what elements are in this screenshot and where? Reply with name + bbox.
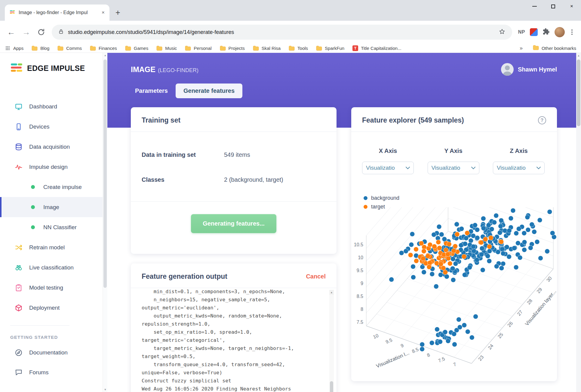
puzzle-extensions-icon[interactable] [543, 28, 550, 36]
scatter-point-target[interactable] [428, 242, 432, 247]
scatter-point-target[interactable] [441, 266, 446, 270]
scatter-point-background[interactable] [442, 237, 447, 242]
scatter-point-target[interactable] [462, 254, 466, 259]
scatter-point-background[interactable] [452, 342, 457, 347]
scatter-point-background[interactable] [499, 218, 504, 223]
generate-features-button[interactable]: Generating features... [191, 214, 276, 233]
scatter-point-background[interactable] [501, 261, 506, 266]
forward-button[interactable]: → [20, 28, 32, 37]
np-extension-badge[interactable]: NP [518, 29, 525, 35]
axis-select-x[interactable]: Visualizatio [362, 162, 414, 174]
scatter-point-background[interactable] [547, 209, 552, 214]
scatter-point-background[interactable] [439, 232, 444, 237]
sidebar-scrollbar-thumb[interactable] [103, 59, 107, 288]
scatter-point-background[interactable] [514, 231, 519, 236]
scatter-point-background[interactable] [501, 251, 506, 256]
scatter-point-background[interactable] [404, 249, 408, 254]
axis-select-y[interactable]: Visualizatio [428, 162, 479, 174]
scatter-point-background[interactable] [500, 247, 505, 252]
scatter-point-background[interactable] [435, 327, 440, 332]
scatter-point-background[interactable] [538, 256, 543, 260]
scatter-point-background[interactable] [473, 314, 478, 319]
scatter-point-background[interactable] [469, 238, 473, 243]
scatter-point-target[interactable] [465, 231, 470, 236]
scatter-point-background[interactable] [550, 231, 555, 236]
scatter-point-background[interactable] [410, 232, 415, 236]
scatter-point-background[interactable] [537, 218, 542, 223]
scatter-point-background[interactable] [526, 227, 530, 232]
page-scrollbar-thumb[interactable] [577, 59, 580, 126]
scatter-point-target[interactable] [487, 244, 492, 249]
bookmark-item[interactable]: Personal [185, 46, 211, 51]
scatter-point-background[interactable] [475, 257, 479, 262]
scatter-point-background[interactable] [481, 226, 486, 231]
tab-generate-features[interactable]: Generate features [176, 84, 242, 98]
bookmarks-overflow-chevron[interactable]: » [520, 45, 523, 51]
scatter-point-background[interactable] [411, 275, 416, 280]
scatter-point-background[interactable] [528, 245, 533, 250]
scatter-point-background[interactable] [399, 251, 404, 255]
scatter-point-background[interactable] [499, 266, 504, 271]
back-button[interactable]: ← [5, 28, 17, 37]
scatter-point-target[interactable] [488, 236, 493, 240]
scatter-point-background[interactable] [497, 230, 502, 235]
scatter-point-background[interactable] [535, 239, 540, 244]
scatter-point-background[interactable] [507, 228, 512, 233]
bookmark-item[interactable]: Comms [57, 46, 82, 51]
sidebar-item-retrain-model[interactable]: Retrain model [0, 237, 103, 257]
console-scrollbar-track[interactable] [329, 295, 334, 392]
scatter-point-background[interactable] [456, 317, 461, 322]
sidebar-item-documentation[interactable]: Documentation [0, 343, 103, 363]
window-close-button[interactable]: × [562, 0, 581, 13]
scatter-point-background[interactable] [420, 342, 425, 347]
scatter-point-background[interactable] [437, 224, 441, 229]
scatter-point-background[interactable] [409, 242, 414, 247]
feature-explorer-plot[interactable]: 10.5109.598.587.5109.598.587.57232425262… [351, 207, 557, 381]
scatter-point-background[interactable] [545, 249, 550, 254]
scatter-point-background[interactable] [459, 226, 464, 231]
scatter-point-background[interactable] [411, 264, 416, 269]
scatter-point-background[interactable] [438, 339, 443, 344]
axis-select-z[interactable]: Visualizatio [493, 162, 545, 174]
scatter-point-background[interactable] [432, 232, 436, 237]
sidebar-item-model-testing[interactable]: Model testing [0, 278, 103, 298]
sidebar-scrollbar[interactable]: ▲ ▼ [103, 53, 107, 392]
scroll-up-arrow-icon[interactable]: ▲ [576, 53, 581, 58]
scatter-point-background[interactable] [452, 332, 456, 336]
scatter-point-background[interactable] [469, 335, 474, 340]
scatter-point-background[interactable] [457, 325, 462, 330]
browser-menu-icon[interactable] [570, 29, 574, 35]
console-scrollbar-thumb[interactable] [330, 381, 333, 392]
scatter-point-background[interactable] [473, 223, 478, 228]
scatter-point-background[interactable] [475, 236, 480, 240]
bookmark-item[interactable]: Music [156, 46, 177, 51]
scatter-point-target[interactable] [451, 248, 456, 253]
scatter-point-background[interactable] [443, 330, 447, 335]
scatter-point-background[interactable] [525, 215, 530, 220]
new-tab-button[interactable]: + [112, 7, 123, 18]
other-bookmarks-button[interactable]: Other bookmarks [533, 45, 576, 51]
sidebar-item-dashboard[interactable]: Dashboard [0, 96, 103, 117]
scatter-point-target[interactable] [414, 247, 419, 252]
sidebar-item-devices[interactable]: Devices [0, 117, 103, 137]
bookmark-item[interactable]: TTitle Capitalization... [352, 45, 401, 51]
sidebar-item-forums[interactable]: Forums [0, 363, 103, 382]
bookmark-item[interactable]: Finances [90, 46, 117, 51]
cancel-link[interactable]: Cancel [306, 273, 326, 280]
scatter-point-background[interactable] [462, 272, 467, 277]
scatter-point-background[interactable] [471, 244, 476, 249]
scatter-point-background[interactable] [486, 223, 491, 228]
tab-parameters[interactable]: Parameters [131, 84, 172, 98]
scatter-point-target[interactable] [422, 249, 426, 254]
scatter-point-background[interactable] [465, 329, 470, 334]
console-output[interactable]: min_dist=0.1, n_components=3, n_epochs=N… [131, 288, 337, 392]
scatter-point-target[interactable] [483, 237, 488, 242]
scatter-point-target[interactable] [426, 254, 430, 259]
window-maximize-button[interactable] [544, 0, 562, 13]
console-scrollbar[interactable]: ▲ [329, 290, 334, 392]
bookmark-item[interactable]: Apps [5, 45, 23, 51]
scatter-point-background[interactable] [511, 208, 515, 213]
scatter-point-background[interactable] [498, 224, 503, 229]
browser-profile-avatar[interactable] [555, 27, 565, 37]
sidebar-item-data-acquisition[interactable]: Data acquisition [0, 137, 103, 157]
